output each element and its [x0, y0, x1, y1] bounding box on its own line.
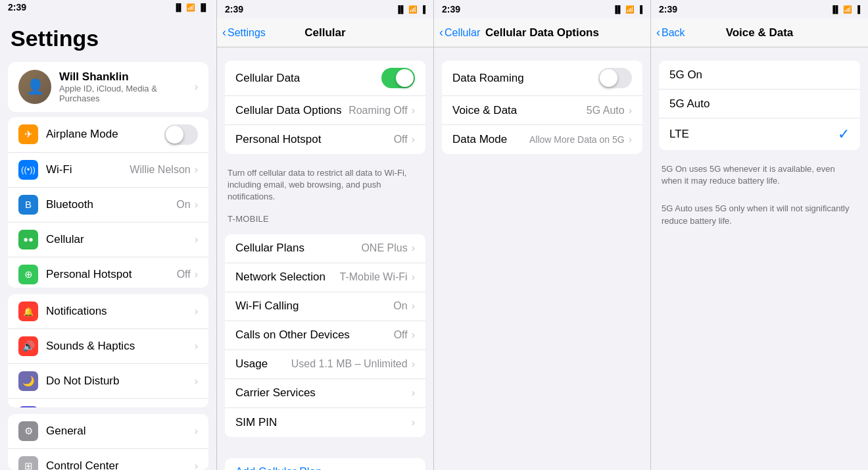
hotspot-chevron: ›: [195, 269, 198, 280]
sounds-chevron: ›: [195, 340, 198, 352]
vd-back-label: Back: [662, 27, 685, 39]
data-roaming-row[interactable]: Data Roaming: [442, 61, 642, 96]
cellular-data-label: Cellular Data: [235, 72, 381, 85]
status-bar-1: 2:39 ▐▌ 📶 ▐▌: [0, 0, 216, 15]
wifi-icon-3: 📶: [625, 5, 635, 14]
profile-info: Will Shanklin Apple ID, iCloud, Media & …: [59, 70, 195, 103]
general-item[interactable]: ⚙ General ›: [8, 414, 208, 449]
wifi-icon-2: 📶: [408, 5, 418, 14]
sounds-label: Sounds & Haptics: [46, 340, 195, 353]
airplane-mode-item[interactable]: ✈ Airplane Mode: [8, 117, 208, 153]
lte-label: LTE: [669, 128, 838, 141]
usage-label: Usage: [235, 357, 291, 371]
usage-chevron: ›: [412, 358, 415, 370]
cellular-data-options-chevron: ›: [412, 105, 415, 117]
cellular-nav: ‹ Settings Cellular: [217, 18, 433, 47]
cellular-plans-label: Cellular Plans: [235, 242, 361, 255]
sim-pin-label: SIM PIN: [235, 416, 412, 429]
data-roaming-label: Data Roaming: [452, 72, 598, 85]
general-icon: ⚙: [18, 421, 38, 441]
5g-auto-label: 5G Auto: [669, 97, 850, 111]
notifications-label: Notifications: [46, 305, 195, 318]
hotspot-item[interactable]: ⊕ Personal Hotspot Off ›: [8, 257, 208, 288]
dnd-item[interactable]: 🌙 Do Not Disturb ›: [8, 364, 208, 399]
5g-auto-description: 5G Auto uses 5G only when it will not si…: [651, 197, 868, 232]
cdo-section: Data Roaming Voice & Data 5G Auto › Data…: [442, 61, 642, 154]
wifi-item[interactable]: ((•)) Wi-Fi Willie Nelson ›: [8, 153, 208, 188]
tmobile-section: Cellular Plans ONE Plus › Network Select…: [225, 234, 425, 437]
profile-row[interactable]: 👤 Will Shanklin Apple ID, iCloud, Media …: [8, 62, 208, 112]
vd-back-btn[interactable]: ‹ Back: [656, 26, 685, 39]
cellular-data-options-row[interactable]: Cellular Data Options Roaming Off ›: [225, 96, 425, 125]
personal-hotspot-row[interactable]: Personal Hotspot Off ›: [225, 125, 425, 154]
data-mode-chevron: ›: [629, 134, 632, 145]
controlcenter-item[interactable]: ⊞ Control Center ›: [8, 449, 208, 470]
5g-auto-row[interactable]: 5G Auto: [659, 90, 860, 118]
airplane-label: Airplane Mode: [46, 128, 164, 141]
cdo-back-btn[interactable]: ‹ Cellular: [439, 26, 480, 39]
usage-row[interactable]: Usage Used 1.1 MB – Unlimited ›: [225, 350, 425, 379]
personal-hotspot-chevron: ›: [412, 134, 415, 145]
sounds-item[interactable]: 🔊 Sounds & Haptics ›: [8, 329, 208, 364]
cellular-back-label: Settings: [228, 27, 266, 39]
calls-other-row[interactable]: Calls on Other Devices Off ›: [225, 321, 425, 350]
bluetooth-icon: B: [18, 195, 38, 215]
usage-value: Used 1.1 MB – Unlimited: [291, 358, 408, 370]
cellular-plans-row[interactable]: Cellular Plans ONE Plus ›: [225, 234, 425, 263]
wifi-calling-row[interactable]: Wi-Fi Calling On ›: [225, 292, 425, 321]
time-3: 2:39: [442, 4, 460, 14]
network-selection-row[interactable]: Network Selection T-Mobile Wi-Fi ›: [225, 263, 425, 292]
general-group: ⚙ General › ⊞ Control Center ›: [8, 414, 208, 470]
cellular-icon: ●●: [18, 230, 38, 249]
status-bar-2: 2:39 ▐▌ 📶 ▐: [217, 0, 433, 18]
cellular-data-row[interactable]: Cellular Data: [225, 61, 425, 96]
lte-checkmark: ✓: [838, 126, 850, 143]
hotspot-value: Off: [177, 269, 191, 280]
carrier-services-label: Carrier Services: [235, 386, 412, 400]
tmobile-header: T-MOBILE: [217, 209, 433, 226]
wifi-calling-label: Wi-Fi Calling: [235, 300, 393, 313]
avatar-image: 👤: [18, 70, 51, 104]
cellular-data-toggle[interactable]: [381, 68, 415, 88]
settings-panel: 2:39 ▐▌ 📶 ▐▌ Settings 👤 Will Shanklin Ap…: [0, 0, 217, 470]
calls-other-chevron: ›: [412, 329, 415, 341]
carrier-services-row[interactable]: Carrier Services ›: [225, 379, 425, 408]
cellular-content: Cellular Data Cellular Data Options Roam…: [217, 47, 433, 470]
notifications-item[interactable]: 🔔 Notifications ›: [8, 294, 208, 329]
status-icons-1: ▐▌ 📶 ▐▌: [174, 3, 208, 12]
battery-icon-3: ▐: [637, 5, 642, 13]
sim-pin-row[interactable]: SIM PIN ›: [225, 408, 425, 437]
5g-on-row[interactable]: 5G On: [659, 61, 860, 90]
voice-data-chevron: ›: [629, 105, 632, 117]
5g-on-description: 5G On uses 5G whenever it is available, …: [651, 158, 868, 192]
cellular-label: Cellular: [46, 233, 195, 246]
lte-row[interactable]: LTE ✓: [659, 118, 860, 150]
voice-data-row[interactable]: Voice & Data 5G Auto ›: [442, 96, 642, 125]
carrier-services-chevron: ›: [412, 387, 415, 399]
battery-icon-2: ▐: [420, 5, 425, 13]
cellular-plans-value: ONE Plus: [361, 242, 407, 254]
dnd-label: Do Not Disturb: [46, 375, 195, 388]
battery-icon: ▐▌: [198, 3, 208, 11]
data-roaming-toggle[interactable]: [598, 68, 632, 88]
voice-data-label: Voice & Data: [452, 104, 587, 117]
sim-pin-chevron: ›: [412, 417, 415, 429]
cdo-title: Cellular Data Options: [485, 26, 599, 39]
wifi-icon-4: 📶: [843, 5, 852, 14]
bluetooth-item[interactable]: B Bluetooth On ›: [8, 188, 208, 222]
cellular-item[interactable]: ●● Cellular ›: [8, 222, 208, 257]
vd-options-section: 5G On 5G Auto LTE ✓: [659, 61, 860, 150]
bluetooth-label: Bluetooth: [46, 198, 176, 211]
wifi-calling-value: On: [393, 300, 407, 312]
cellular-note: Turn off cellular data to restrict all d…: [217, 162, 433, 209]
add-cellular-plan-btn[interactable]: Add Cellular Plan: [225, 458, 425, 470]
dnd-icon: 🌙: [18, 371, 38, 391]
wifi-label: Wi-Fi: [46, 163, 130, 176]
data-mode-row[interactable]: Data Mode Allow More Data on 5G ›: [442, 125, 642, 154]
cdo-content: Data Roaming Voice & Data 5G Auto › Data…: [434, 47, 650, 470]
screentime-item[interactable]: ⏳ Screen Time ›: [8, 399, 208, 407]
network-selection-chevron: ›: [412, 271, 415, 283]
hotspot-icon: ⊕: [18, 265, 38, 284]
airplane-toggle[interactable]: [164, 124, 198, 145]
cellular-back-btn[interactable]: ‹ Settings: [222, 26, 266, 39]
